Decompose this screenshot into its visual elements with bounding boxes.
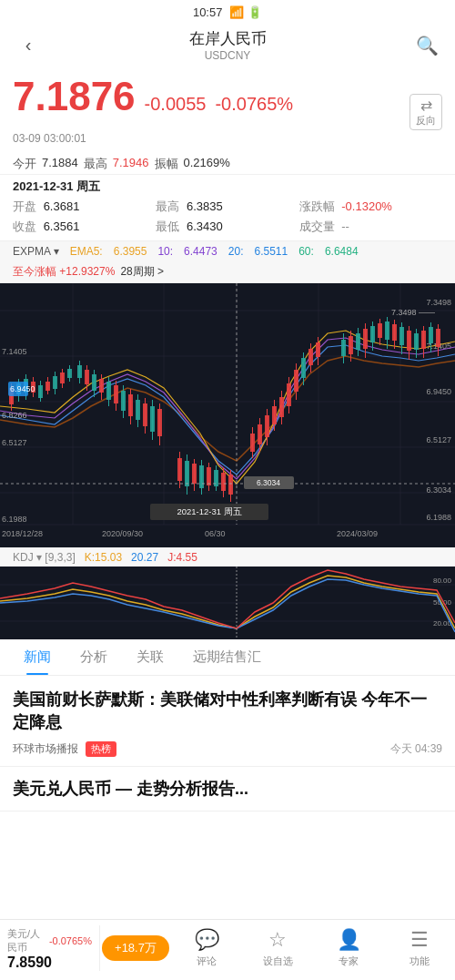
mini-ticker-name: 美元/人民币 — [7, 927, 46, 954]
svg-text:6.5127: 6.5127 — [2, 438, 27, 447]
price-change: -0.0055 — [145, 94, 207, 115]
hist-high-value: 6.3835 — [187, 199, 223, 213]
svg-text:06/30: 06/30 — [205, 529, 226, 538]
search-icon[interactable]: 🔍 — [413, 35, 440, 56]
tab-news[interactable]: 新闻 — [9, 639, 66, 675]
mini-ticker-change: -0.0765% — [49, 935, 92, 946]
news-card-1[interactable]: 美国前财长萨默斯：美联储对中性利率判断有误 今年不一定降息 环球市场播报 热榜 … — [0, 676, 455, 767]
news-title-1: 美国前财长萨默斯：美联储对中性利率判断有误 今年不一定降息 — [13, 689, 442, 734]
kdj-d: 20.27 — [131, 551, 158, 564]
open-value: 7.1884 — [42, 156, 78, 172]
news-card-2[interactable]: 美元兑人民币 — 走势分析报告... — [0, 767, 455, 811]
ema5-value: 6.3955 — [114, 245, 147, 258]
ema10-label: 10: — [157, 245, 173, 258]
news-time-1: 今天 04:39 — [390, 741, 442, 757]
open-label: 今开 — [13, 156, 36, 172]
hist-low-label: 最低 — [156, 219, 179, 233]
period-text[interactable]: 28周期 > — [120, 264, 164, 280]
page-subtitle: USDCNY — [42, 49, 413, 62]
hist-date: 2021-12-31 周五 — [13, 179, 442, 195]
svg-text:2021-12-31 周五: 2021-12-31 周五 — [177, 506, 241, 516]
svg-text:7.1405: 7.1405 — [2, 347, 27, 356]
price-section: 7.1876 -0.0055 -0.0765% ⇄ 反向 03-09 03:00… — [0, 69, 455, 150]
svg-text:6.5127: 6.5127 — [426, 435, 451, 444]
main-chart[interactable]: 7.3498 7.1405 6.9450 6.5127 6.3034 6.198… — [0, 283, 455, 547]
kdj-label[interactable]: KDJ ▾ [9,3,3] — [13, 551, 76, 564]
svg-text:2018/12/28: 2018/12/28 — [2, 529, 43, 538]
news-source-1: 环球市场播报 — [13, 741, 78, 757]
star-icon: ☆ — [268, 928, 287, 952]
nav-title: 在岸人民币 USDCNY — [42, 28, 413, 62]
kdj-chart[interactable]: 80.00 50.00 20.00 — [0, 567, 455, 639]
historical-section: 2021-12-31 周五 开盘 6.3681 最高 6.3835 涨跌幅 -0… — [0, 174, 455, 240]
tab-forward[interactable]: 远期结售汇 — [178, 639, 276, 675]
svg-text:2020/09/30: 2020/09/30 — [102, 529, 143, 538]
expert-icon: 👤 — [337, 928, 361, 952]
expma-label[interactable]: EXPMA ▾ — [13, 245, 59, 258]
reverse-button[interactable]: ⇄ 反向 — [410, 94, 442, 130]
news-title-2: 美元兑人民币 — 走势分析报告... — [13, 778, 442, 801]
hist-close-label: 收盘 — [13, 219, 36, 233]
hist-high-label: 最高 — [156, 199, 179, 213]
svg-text:6.8266: 6.8266 — [2, 411, 27, 420]
amp-label: 振幅 — [155, 156, 178, 172]
main-price: 7.1876 — [13, 77, 136, 117]
high-label: 最高 — [84, 156, 107, 172]
price-pct: -0.0765% — [215, 94, 293, 115]
kdj-j: J:4.55 — [167, 551, 197, 564]
mini-ticker-price: 7.8590 — [7, 954, 92, 971]
svg-text:6.3034: 6.3034 — [426, 485, 451, 495]
hist-volume-label: 成交量 — [299, 219, 335, 233]
hot-badge: 热榜 — [86, 741, 116, 757]
svg-text:6.3034: 6.3034 — [257, 478, 280, 487]
bottom-function[interactable]: ☰ 功能 — [384, 928, 455, 968]
bottom-expert[interactable]: 👤 专家 — [313, 928, 384, 968]
back-icon[interactable]: ‹ — [15, 35, 42, 56]
ema60-value: 6.6484 — [325, 245, 359, 258]
ma-bar: EXPMA ▾ EMA5: 6.3955 10: 6.4473 20: 6.55… — [0, 240, 455, 261]
hist-low-value: 6.3430 — [187, 219, 223, 233]
svg-text:80.00: 80.00 — [433, 577, 452, 585]
svg-text:7.3498 ——: 7.3498 —— — [391, 308, 435, 317]
nav-bar: ‹ 在岸人民币 USDCNY 🔍 — [0, 25, 455, 69]
comment-badge[interactable]: +18.7万 — [102, 935, 169, 961]
high-value: 7.1946 — [113, 156, 149, 172]
tab-bar: 新闻 分析 关联 远期结售汇 — [0, 639, 455, 676]
status-time: 10:57 — [193, 5, 223, 19]
chart-gain-row: 至今涨幅 +12.9327% 28周期 > — [0, 261, 455, 283]
svg-text:6.1988: 6.1988 — [426, 513, 451, 522]
svg-text:7.3498: 7.3498 — [426, 298, 451, 307]
svg-text:2024/03/09: 2024/03/09 — [337, 529, 378, 538]
hist-open-label: 开盘 — [13, 199, 36, 213]
page-title: 在岸人民币 — [42, 28, 413, 49]
comment-icon: 💬 — [195, 928, 219, 952]
hist-close-value: 6.3561 — [44, 219, 80, 233]
bottom-favorite[interactable]: ☆ 设自选 — [242, 928, 313, 968]
menu-icon: ☰ — [410, 928, 429, 952]
tab-related[interactable]: 关联 — [122, 639, 178, 675]
ema10-value: 6.4473 — [184, 245, 217, 258]
gain-text: 至今涨幅 +12.9327% — [13, 264, 115, 280]
ema5-label: EMA5: — [70, 245, 103, 258]
svg-text:6.9450: 6.9450 — [10, 384, 35, 393]
ema60-label: 60: — [298, 245, 314, 258]
status-bar: 10:57 📶 🔋 — [0, 0, 455, 25]
hist-change-value: -0.1320% — [341, 199, 392, 213]
bottom-bar: 美元/人民币 -0.0765% 7.8590 +18.7万 💬 评论 ☆ 设自选… — [0, 919, 455, 980]
hist-open-value: 6.3681 — [44, 199, 80, 213]
price-datetime: 03-09 03:00:01 — [13, 132, 442, 145]
hist-volume-value: -- — [341, 219, 349, 233]
svg-text:6.1988: 6.1988 — [2, 515, 27, 524]
hist-change-label: 涨跌幅 — [299, 199, 335, 213]
kdj-bar: KDJ ▾ [9,3,3] K:15.03 20.27 J:4.55 — [0, 547, 455, 567]
ema20-label: 20: — [228, 245, 244, 258]
amp-value: 0.2169% — [184, 156, 230, 172]
svg-text:6.9450: 6.9450 — [426, 387, 451, 396]
news-meta-1: 环球市场播报 热榜 今天 04:39 — [13, 741, 442, 757]
tab-analysis[interactable]: 分析 — [66, 639, 122, 675]
ema20-value: 6.5511 — [254, 245, 288, 258]
kdj-k: K:15.03 — [85, 551, 122, 564]
bottom-comment[interactable]: 💬 评论 — [171, 928, 242, 968]
stats-row: 今开 7.1884 最高 7.1946 振幅 0.2169% — [0, 150, 455, 174]
